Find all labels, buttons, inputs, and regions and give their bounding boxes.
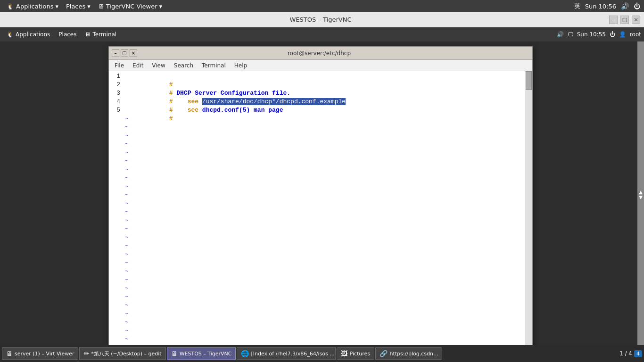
local-page-indicator: 1 / 4 4 (619, 350, 642, 357)
hash-5: # (169, 115, 173, 122)
vim-scrollbar[interactable] (525, 71, 532, 356)
remote-screen-icon[interactable]: 🖵 (568, 31, 573, 38)
places-menu[interactable]: Places ▾ (63, 2, 93, 11)
vnc-content: 🐧 Applications Places 🖥 Terminal 🔊 🖵 Sun… (0, 27, 644, 362)
vnc-titlebar: WESTOS – TigerVNC – □ × (0, 12, 644, 27)
gedit-icon: ✏ (83, 350, 89, 357)
vnc-window: WESTOS – TigerVNC – □ × 🐧 Applications P… (0, 12, 644, 362)
local-task-gedit[interactable]: ✏ *第八天 (~/Desktop) – gedit (79, 347, 165, 360)
vnc-close-button[interactable]: × (632, 16, 640, 24)
menu-search[interactable]: Search (170, 61, 197, 70)
terminal-title: root@server:/etc/dhcp (137, 50, 501, 57)
menu-help[interactable]: Help (231, 61, 251, 70)
applications-menu[interactable]: 🐧 Applications ▾ (4, 2, 61, 11)
tigervnc-icon: 🖥 (98, 3, 104, 10)
tigervnc-label: TigerVNC Viewer (106, 3, 157, 10)
remote-applications-label: Applications (16, 31, 50, 38)
scroll-down-arrow[interactable]: ▼ (639, 195, 643, 200)
lang-indicator[interactable]: 英 (574, 2, 580, 10)
menu-view[interactable]: View (148, 61, 169, 70)
local-task-browser[interactable]: 🌐 [Index of /rhel7.3/x86_64/isos ... (237, 347, 336, 360)
terminal-minimize-button[interactable]: – (112, 49, 119, 57)
dropdown-arrow: ▾ (87, 3, 91, 10)
hash-1: # (169, 81, 173, 88)
dropdown-arrow: ▾ (159, 3, 163, 10)
dropdown-arrow: ▾ (55, 3, 58, 10)
remote-taskbar: 🐧 Applications Places 🖥 Terminal 🔊 🖵 Sun… (0, 27, 644, 41)
terminal-close-button[interactable]: × (130, 49, 137, 57)
hash-2: # (169, 90, 177, 97)
penguin-icon: 🐧 (7, 3, 14, 10)
remote-places-menu[interactable]: Places (55, 30, 80, 39)
volume-icon[interactable]: 🔊 (621, 2, 629, 10)
highlighted-path: /usr/share/doc/dhcp*/dhcpd.conf.example (202, 98, 346, 105)
remote-terminal-menu[interactable]: 🖥 Terminal (81, 30, 120, 39)
gedit-label: *第八天 (~/Desktop) – gedit (91, 350, 161, 357)
vnc-title: WESTOS – TigerVNC (32, 16, 609, 23)
local-page-badge: 4 (634, 350, 642, 357)
remote-penguin-icon: 🐧 (7, 31, 14, 38)
code-content[interactable]: # # DHCP Server Configuration file. # se… (123, 71, 525, 356)
local-page-count: 1 / 4 (619, 350, 632, 357)
sysbar-left: 🐧 Applications ▾ Places ▾ 🖥 TigerVNC Vie… (4, 2, 165, 11)
power-icon[interactable]: ⏻ (634, 2, 640, 10)
remote-volume-icon[interactable]: 🔊 (557, 31, 564, 38)
scroll-up-arrow[interactable]: ▲ (639, 189, 643, 195)
browser-icon: 🌐 (241, 350, 249, 357)
applications-label: Applications (16, 3, 53, 10)
line2-text: DHCP Server Configuration file. (176, 90, 290, 97)
terminal-win-controls: – □ × (112, 49, 137, 57)
system-bar: 🐧 Applications ▾ Places ▾ 🖥 TigerVNC Vie… (0, 0, 644, 12)
hash-4: # see (169, 107, 202, 114)
tigervnc-task-icon: 🖥 (171, 350, 178, 357)
remote-terminal-icon: 🖥 (85, 31, 91, 38)
scrollbar-thumb[interactable] (526, 71, 532, 90)
local-taskbar: 🖥 server (1) – Virt Viewer ✏ *第八天 (~/Des… (0, 345, 644, 362)
sysbar-right: 英 Sun 10:56 🔊 ⏻ (574, 2, 640, 10)
local-task-tigervnc[interactable]: 🖥 WESTOS – TigerVNC (167, 347, 236, 360)
vnc-controls: – □ × (609, 16, 640, 24)
terminal-titlebar: – □ × root@server:/etc/dhcp (109, 47, 532, 60)
remote-power-icon[interactable]: ⏻ (610, 31, 615, 38)
pictures-icon: 🖼 (341, 350, 347, 357)
local-task-pictures[interactable]: 🖼 Pictures (337, 347, 374, 360)
remote-terminal-label: Terminal (92, 31, 116, 38)
line4-text: dhcpd.conf(5) man page (202, 107, 283, 114)
terminal-restore-button[interactable]: □ (121, 49, 128, 57)
tigervnc-menu[interactable]: 🖥 TigerVNC Viewer ▾ (95, 2, 165, 11)
tilde-lines: ~~~~~ ~~~~~ ~~~~~ ~~~~~ ~~~~~ ~~~~~ ~~~~ (125, 115, 523, 356)
vnc-restore-button[interactable]: □ (620, 16, 629, 24)
code-line-2: # DHCP Server Configuration file. (125, 81, 523, 89)
tigervnc-task-label: WESTOS – TigerVNC (180, 351, 232, 357)
terminal-menubar: File Edit View Search Terminal Help (109, 60, 532, 71)
local-task-csdn[interactable]: 🔗 https://blog.csdn... (375, 347, 442, 360)
remote-clock: Sun 10:55 (577, 31, 606, 38)
remote-taskbar-right: 🔊 🖵 Sun 10:55 ⏻ 👤 root (557, 31, 641, 38)
remote-root-label: root (630, 31, 641, 38)
menu-file[interactable]: File (111, 61, 128, 70)
vnc-minimize-button[interactable]: – (609, 16, 618, 24)
menu-terminal[interactable]: Terminal (198, 61, 230, 70)
pictures-label: Pictures (349, 351, 370, 357)
code-line-1: # (125, 72, 523, 81)
browser-label: [Index of /rhel7.3/x86_64/isos ... (251, 351, 334, 357)
vim-editor[interactable]: 1 2 3 4 5 # # DHCP Server Configuration … (109, 71, 532, 356)
csdn-label: https://blog.csdn... (389, 351, 438, 357)
local-task-virt-viewer[interactable]: 🖥 server (1) – Virt Viewer (2, 347, 78, 360)
line-numbers: 1 2 3 4 5 (109, 71, 123, 356)
virt-viewer-icon: 🖥 (6, 350, 13, 357)
remote-taskbar-left: 🐧 Applications Places 🖥 Terminal (3, 30, 120, 39)
hash-3: # see (169, 98, 202, 105)
remote-places-label: Places (58, 31, 76, 38)
remote-root-icon: 👤 (619, 31, 626, 38)
terminal-window: – □ × root@server:/etc/dhcp File Edit Vi… (108, 46, 533, 362)
vnc-scroll-right: ▲ ▼ (637, 27, 644, 362)
clock: Sun 10:56 (585, 3, 616, 10)
menu-edit[interactable]: Edit (129, 61, 147, 70)
remote-applications-menu[interactable]: 🐧 Applications (3, 30, 54, 39)
places-label: Places (66, 3, 85, 10)
csdn-icon: 🔗 (380, 350, 388, 357)
virt-viewer-label: server (1) – Virt Viewer (15, 351, 74, 357)
